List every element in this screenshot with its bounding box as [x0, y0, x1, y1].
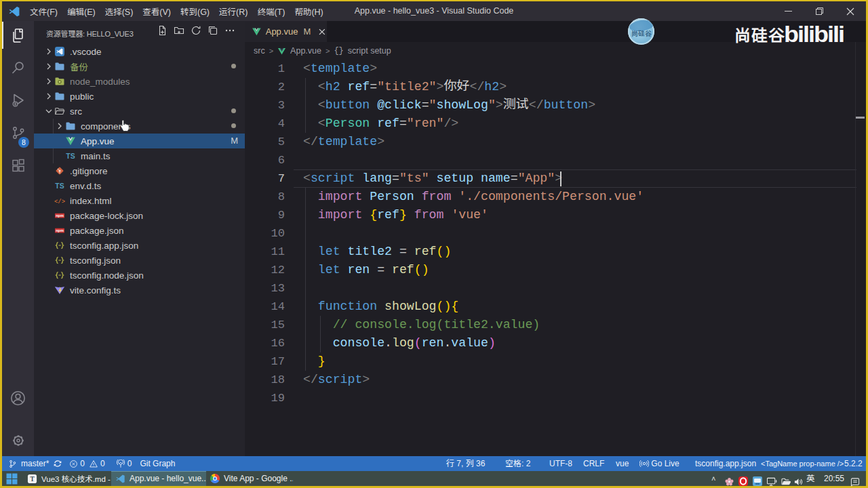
- svg-text:npm: npm: [56, 228, 64, 232]
- svg-text:npm: npm: [56, 214, 64, 218]
- svg-text:</>: </>: [54, 199, 65, 205]
- svg-text:TS: TS: [66, 152, 75, 160]
- svg-text:TS: TS: [55, 182, 64, 190]
